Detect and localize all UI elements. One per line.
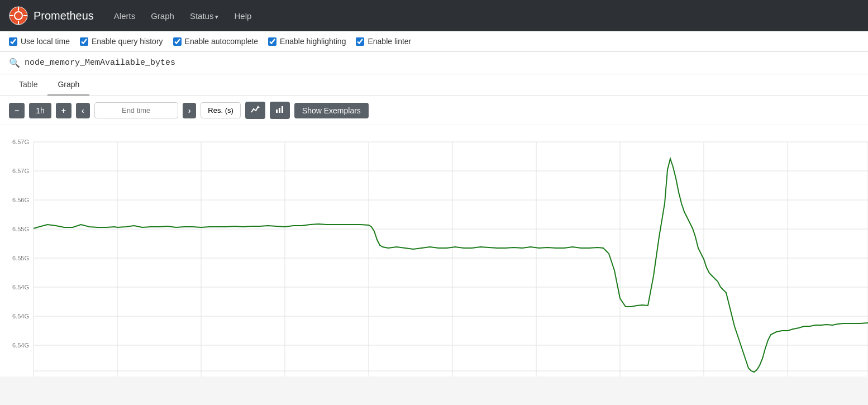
navbar-brand: Prometheus — [9, 6, 94, 25]
next-time-button[interactable]: › — [183, 103, 197, 118]
end-time-input[interactable] — [94, 102, 178, 118]
nav-graph[interactable]: Graph — [144, 7, 181, 25]
duration-label: 1h — [29, 103, 51, 118]
nav-status[interactable]: Status — [183, 7, 226, 25]
y-label-1: 6.57G — [12, 139, 29, 145]
checkbox-query-history-input[interactable] — [80, 37, 88, 46]
checkbox-linter-label: Enable linter — [368, 37, 411, 46]
duration-plus-button[interactable]: + — [56, 103, 71, 118]
y-label-7: 6.54G — [12, 313, 29, 320]
checkbox-autocomplete-input[interactable] — [173, 37, 182, 46]
graph-controls: − 1h + ‹ › Res. (s) Show Exemplars — [0, 96, 868, 125]
checkbox-query-history[interactable]: Enable query history — [80, 37, 163, 46]
y-label-2: 6.57G — [12, 168, 29, 174]
nav-help[interactable]: Help — [227, 7, 258, 25]
svg-rect-8 — [282, 106, 283, 113]
show-exemplars-button[interactable]: Show Exemplars — [294, 103, 369, 118]
chart-area: 6.57G 6.57G 6.56G 6.55G 6.55G 6.54G 6.54… — [0, 125, 868, 377]
checkbox-linter[interactable]: Enable linter — [356, 37, 411, 46]
y-label-8: 6.54G — [12, 342, 29, 349]
chart-svg: 6.57G 6.57G 6.56G 6.55G 6.55G 6.54G 6.54… — [0, 125, 868, 377]
svg-rect-6 — [276, 109, 278, 113]
y-label-6: 6.54G — [12, 284, 29, 290]
app-title: Prometheus — [34, 9, 94, 22]
checkbox-highlighting-input[interactable] — [268, 37, 276, 46]
graph-line — [34, 159, 868, 372]
svg-rect-7 — [279, 108, 280, 113]
y-label-4: 6.55G — [12, 226, 29, 232]
stacked-chart-button[interactable] — [270, 102, 290, 119]
view-tabs: Table Graph — [0, 74, 868, 96]
checkbox-query-history-label: Enable query history — [92, 37, 163, 46]
checkbox-highlighting-label: Enable highlighting — [280, 37, 346, 46]
duration-minus-button[interactable]: − — [9, 103, 25, 118]
search-bar: 🔍 — [0, 52, 868, 74]
checkbox-linter-input[interactable] — [356, 37, 364, 46]
checkbox-autocomplete[interactable]: Enable autocomplete — [173, 37, 259, 46]
resolution-button[interactable]: Res. (s) — [201, 102, 241, 118]
prometheus-logo — [9, 6, 28, 25]
tab-graph[interactable]: Graph — [47, 74, 89, 96]
line-chart-button[interactable] — [245, 102, 265, 119]
search-input[interactable] — [25, 58, 859, 68]
checkbox-local-time-input[interactable] — [9, 37, 17, 46]
nav-alerts[interactable]: Alerts — [107, 7, 142, 25]
tab-table[interactable]: Table — [9, 74, 47, 96]
stacked-chart-icon — [275, 105, 284, 114]
y-label-5: 6.55G — [12, 255, 29, 261]
line-chart-icon — [251, 105, 260, 114]
navbar-nav: Alerts Graph Status Help — [107, 7, 259, 25]
checkbox-autocomplete-label: Enable autocomplete — [185, 37, 259, 46]
search-icon: 🔍 — [9, 58, 20, 68]
y-label-3: 6.56G — [12, 197, 29, 203]
checkbox-local-time-label: Use local time — [21, 37, 70, 46]
checkbox-highlighting[interactable]: Enable highlighting — [268, 37, 346, 46]
checkbox-local-time[interactable]: Use local time — [9, 37, 70, 46]
prev-time-button[interactable]: ‹ — [76, 103, 90, 118]
settings-toolbar: Use local time Enable query history Enab… — [0, 31, 868, 52]
navbar: Prometheus Alerts Graph Status Help — [0, 0, 868, 31]
